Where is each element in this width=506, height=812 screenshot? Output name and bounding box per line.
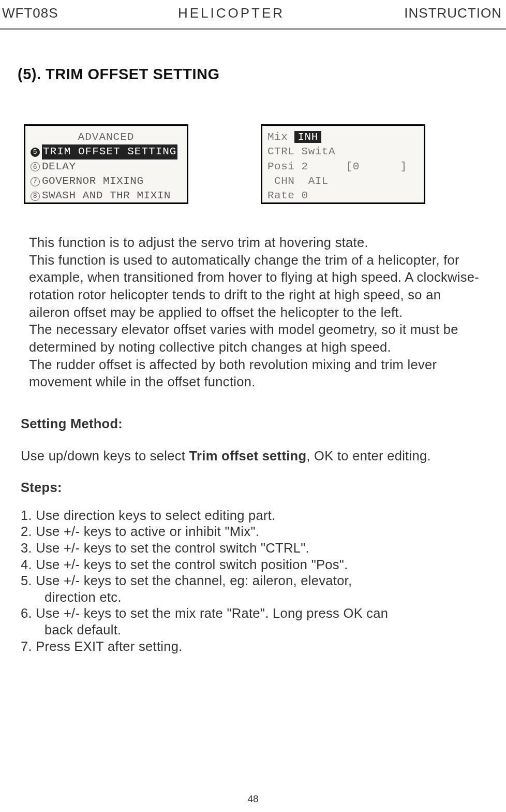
lcd-rate-row: Rate 0 — [267, 189, 419, 203]
menu-label-6: DELAY — [42, 161, 76, 172]
chn-label: CHN — [274, 175, 294, 187]
mix-label: Mix — [267, 131, 288, 143]
posi-label: Posi — [267, 161, 294, 172]
lcd-mix-row: Mix INH — [267, 130, 419, 144]
step-1: 1. Use direction keys to select editing … — [21, 508, 485, 524]
intro-text-a: Use up/down keys to select — [21, 448, 189, 463]
menu-label-7: GOVERNOR MIXING — [42, 175, 144, 187]
setting-method-intro: Use up/down keys to select Trim offset s… — [21, 448, 485, 465]
lcd-settings-screen: Mix INH CTRL SwitA Posi 2 [0 ] CHN AIL R… — [261, 124, 425, 204]
chn-value: AIL — [308, 175, 329, 187]
step-7: 7. Press EXIT after setting. — [21, 639, 485, 655]
step-6: 6. Use +/- keys to set the mix rate "Rat… — [21, 605, 485, 622]
rate-value: 0 — [302, 190, 308, 201]
intro-text-b: , OK to enter editing. — [306, 448, 430, 463]
lcd-ctrl-row: CTRL SwitA — [267, 144, 419, 159]
lcd-title: ADVANCED — [31, 130, 182, 144]
rate-label: Rate — [267, 190, 294, 201]
posi-bracket-close: ] — [400, 161, 407, 172]
lcd-menu-item-selected: 5TRIM OFFSET SETTING — [31, 144, 182, 159]
step-4: 4. Use +/- keys to set the control switc… — [21, 557, 485, 573]
doc-type: INSTRUCTION — [404, 5, 502, 21]
lcd-screenshots-row: ADVANCED 5TRIM OFFSET SETTING 6DELAY 7GO… — [17, 124, 489, 204]
ctrl-label: CTRL — [267, 146, 294, 157]
lcd-menu-item: 6DELAY — [31, 160, 182, 174]
menu-label-8: SWASH AND THR MIXIN — [42, 190, 171, 201]
page-category: HELICOPTER — [178, 5, 285, 21]
lcd-posi-row: Posi 2 [0 ] — [267, 160, 419, 174]
page-number: 48 — [247, 793, 258, 805]
description-p3: The necessary elevator offset varies wit… — [29, 321, 482, 356]
setting-method-section: Setting Method: Use up/down keys to sele… — [17, 416, 489, 655]
lcd-menu-item: 8SWASH AND THR MIXIN — [31, 189, 182, 203]
lcd-menu-item: 7GOVERNOR MIXING — [31, 174, 182, 189]
page-content: (5). TRIM OFFSET SETTING ADVANCED 5TRIM … — [0, 66, 506, 655]
posi-value: 2 — [302, 161, 308, 172]
menu-num-7-icon: 7 — [31, 177, 40, 186]
setting-method-heading: Setting Method: — [21, 416, 485, 432]
step-5-cont: direction etc. — [21, 589, 485, 606]
product-model: WFT08S — [2, 5, 58, 21]
mix-value: INH — [294, 131, 321, 143]
menu-num-5-icon: 5 — [31, 148, 40, 157]
step-5: 5. Use +/- keys to set the channel, eg: … — [21, 573, 485, 589]
ctrl-value: SwitA — [302, 146, 336, 157]
steps-heading: Steps: — [21, 480, 485, 496]
description-p4: The rudder offset is affected by both re… — [29, 356, 482, 391]
description-p1: This function is to adjust the servo tri… — [29, 234, 482, 252]
section-title: (5). TRIM OFFSET SETTING — [17, 66, 489, 83]
intro-text-bold: Trim offset setting — [189, 448, 307, 463]
description-text: This function is to adjust the servo tri… — [17, 234, 489, 391]
menu-num-6-icon: 6 — [31, 162, 40, 171]
step-3: 3. Use +/- keys to set the control switc… — [21, 540, 485, 557]
step-2: 2. Use +/- keys to active or inhibit "Mi… — [21, 524, 485, 540]
posi-bracket-open: [0 — [346, 161, 360, 172]
step-6-cont: back default. — [21, 622, 485, 639]
lcd-menu-screen: ADVANCED 5TRIM OFFSET SETTING 6DELAY 7GO… — [24, 124, 188, 204]
menu-label-5: TRIM OFFSET SETTING — [42, 144, 177, 159]
menu-num-8-icon: 8 — [31, 192, 40, 201]
page-header: WFT08S HELICOPTER INSTRUCTION — [0, 0, 506, 30]
steps-list: 1. Use direction keys to select editing … — [21, 508, 485, 655]
lcd-chn-row: CHN AIL — [267, 174, 419, 189]
description-p2: This function is used to automatically c… — [29, 252, 482, 322]
